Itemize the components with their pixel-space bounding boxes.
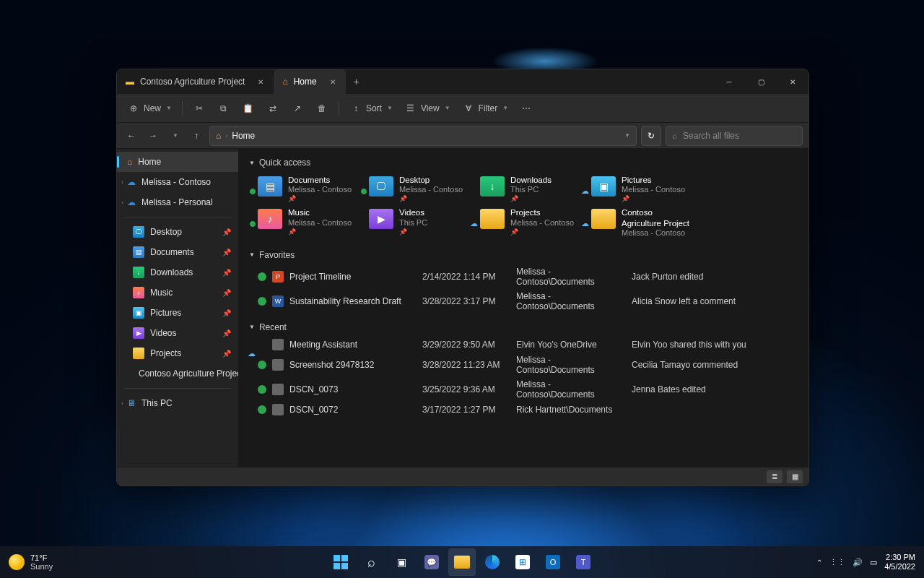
search-icon: ⌕ [672,131,677,141]
icons-view-button[interactable]: ▦ [787,470,803,483]
tab-label: Contoso Agriculture Project [140,77,245,87]
more-button[interactable]: ⋯ [515,100,537,116]
tab-home[interactable]: ⌂ Home ✕ [274,69,345,94]
section-favorites[interactable]: ▼Favorites [249,246,798,264]
chevron-right-icon[interactable]: › [121,199,123,206]
chevron-down-icon[interactable]: ▼ [624,132,630,139]
sidebar-item-projects[interactable]: Projects📌 [117,343,238,363]
file-icon [272,359,284,371]
teams-button[interactable]: T [570,548,597,576]
quickaccess-documents[interactable]: ▤DocumentsMelissa - Contoso📌 [258,175,357,203]
section-quick-access[interactable]: ▼Quick access [249,153,798,172]
sidebar-item-music[interactable]: ♪Music📌 [117,282,238,303]
chevron-right-icon[interactable]: › [121,179,123,186]
folder-icon: ▬ [126,77,134,87]
file-row[interactable]: DSCN_00723/17/2022 1:27 PMRick Hartnett\… [249,402,798,418]
volume-icon[interactable]: 🔊 [853,558,863,567]
video-icon: ▶ [369,209,393,229]
quickaccess-projects[interactable]: ☁ProjectsMelissa - Contoso📌 [480,207,580,238]
filter-icon: ∀ [462,103,475,113]
start-button[interactable] [327,548,354,576]
sidebar-item-contoso-agriculture-project[interactable]: Contoso Agriculture Project [117,363,238,384]
chevron-down-icon: ▼ [445,105,450,111]
share-button[interactable]: ↗ [287,100,308,116]
file-row[interactable]: PProject Timeline2/14/2022 1:14 PMMeliss… [249,264,798,289]
maximize-button[interactable]: ▢ [745,70,777,93]
taskbar-weather[interactable]: 71°F Sunny [0,553,53,571]
sort-button[interactable]: ↕Sort▼ [345,100,397,116]
file-row[interactable]: Meeting Assistant3/29/2022 9:50 AMElvin … [249,337,798,353]
svg-rect-3 [341,563,348,569]
history-dropdown[interactable]: ▼ [166,127,183,144]
svg-rect-1 [341,555,348,561]
down-icon: ↓ [133,267,144,278]
outlook-button[interactable]: O [539,548,567,576]
cloud-icon: ☁ [581,219,589,228]
delete-button[interactable]: 🗑 [311,100,333,116]
task-view-button[interactable]: ▣ [388,548,415,576]
filter-button[interactable]: ∀Filter▼ [458,100,513,116]
share-icon: ↗ [291,103,304,113]
sidebar-item-thispc[interactable]: › 🖥 This PC [117,393,238,413]
sidebar-item-documents[interactable]: ▤Documents📌 [117,242,238,262]
navigation-sidebar: ⌂ Home › ☁ Melissa - Contoso › ☁ Melissa… [117,149,239,467]
battery-icon[interactable]: ▭ [870,558,877,567]
close-tab-icon[interactable]: ✕ [327,76,339,87]
cut-button[interactable]: ✂ [188,100,210,116]
search-input[interactable]: ⌕ Search all files [666,126,803,146]
minimize-button[interactable]: ─ [713,70,745,93]
music-icon: ♪ [258,209,282,229]
search-button[interactable]: ⌕ [357,548,385,576]
back-button[interactable]: ← [123,127,140,144]
address-bar[interactable]: ⌂ › Home ▼ [209,126,637,146]
quickaccess-desktop[interactable]: 🖵DesktopMelissa - Contoso📌 [369,175,468,203]
new-button[interactable]: ⊕New▼ [123,100,176,116]
sidebar-item-home[interactable]: ⌂ Home [117,152,238,172]
sidebar-item-onedrive-personal[interactable]: › ☁ Melissa - Personal [117,192,238,212]
file-icon [272,339,284,350]
quickaccess-contoso-agriculture-project[interactable]: ☁Contoso Agriculture ProjectMelissa - Co… [591,207,691,238]
sidebar-item-desktop[interactable]: 🖵Desktop📌 [117,222,238,242]
file-row[interactable]: Screenshot 294781323/28/2022 11:23 AMMel… [249,353,798,377]
copy-button[interactable]: ⧉ [213,100,235,116]
sidebar-item-pictures[interactable]: ▣Pictures📌 [117,303,238,323]
rename-button[interactable]: ⇄ [262,100,284,116]
view-button[interactable]: ☰View▼ [400,100,455,116]
chevron-right-icon[interactable]: › [121,400,123,407]
up-button[interactable]: ↑ [188,127,205,144]
refresh-button[interactable]: ↻ [641,126,661,146]
file-explorer-button[interactable] [448,548,476,576]
wifi-icon[interactable]: ⋮⋮ [829,558,845,567]
quickaccess-downloads[interactable]: ↓DownloadsThis PC📌 [480,175,580,203]
new-tab-button[interactable]: + [346,76,367,87]
quickaccess-videos[interactable]: ▶VideosThis PC📌 [369,207,468,238]
sidebar-item-onedrive-contoso[interactable]: › ☁ Melissa - Contoso [117,172,238,192]
file-icon [272,404,284,415]
synced-icon [258,361,266,369]
sort-icon: ↕ [349,103,362,113]
close-tab-icon[interactable]: ✕ [255,76,266,87]
tab-contoso[interactable]: ▬ Contoso Agriculture Project ✕ [117,69,274,94]
chat-button[interactable]: 💬 [418,548,445,576]
store-button[interactable]: ⊞ [509,548,536,576]
synced-icon [360,188,367,195]
cut-icon: ✂ [193,103,206,113]
file-icon [272,384,284,395]
close-button[interactable]: ✕ [777,70,808,93]
tray-chevron-icon[interactable]: ⌃ [816,558,822,566]
edge-button[interactable] [479,548,506,576]
folder-icon: ☁ [480,209,505,229]
taskbar-clock[interactable]: 2:30 PM 4/5/2022 [884,553,915,571]
forward-button[interactable]: → [144,127,162,144]
sidebar-item-downloads[interactable]: ↓Downloads📌 [117,262,238,282]
section-recent[interactable]: ▼Recent [249,318,798,337]
file-row[interactable]: DSCN_00733/25/2022 9:36 AMMelissa - Cont… [249,377,798,402]
file-row[interactable]: WSustainability Research Draft3/28/2022 … [249,289,798,314]
taskbar[interactable]: 71°F Sunny ⌕ ▣ 💬 ⊞ O T ⌃ ⋮⋮ 🔊 ▭ 2:30 PM … [0,546,924,578]
sidebar-item-videos[interactable]: ▶Videos📌 [117,323,238,343]
paste-button[interactable]: 📋 [237,100,259,116]
quickaccess-music[interactable]: ♪MusicMelissa - Contoso📌 [258,207,357,238]
quickaccess-pictures[interactable]: ▣☁PicturesMelissa - Contoso📌 [591,175,691,203]
details-view-button[interactable]: ≣ [767,470,783,483]
titlebar[interactable]: ▬ Contoso Agriculture Project ✕ ⌂ Home ✕… [117,69,808,94]
